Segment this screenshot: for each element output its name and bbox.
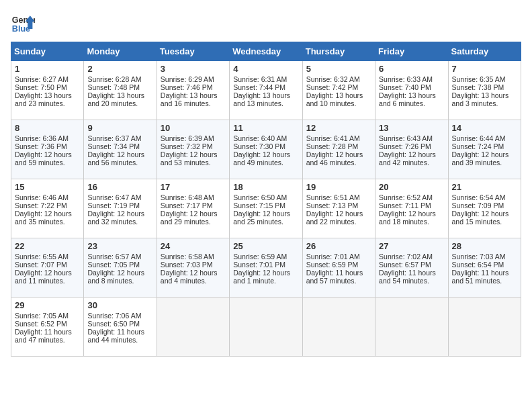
calendar-cell: 8Sunrise: 6:36 AMSunset: 7:36 PMDaylight… (11, 120, 84, 179)
sunset-text: Sunset: 7:48 PM (87, 83, 140, 91)
sunrise-text: Sunrise: 6:54 AM (452, 193, 506, 201)
calendar-cell: 14Sunrise: 6:44 AMSunset: 7:24 PMDayligh… (448, 120, 521, 179)
sunset-text: Sunset: 7:28 PM (306, 142, 359, 150)
sunset-text: Sunset: 7:19 PM (87, 201, 140, 210)
sunrise-text: Sunrise: 6:28 AM (87, 75, 141, 83)
day-number: 13 (379, 123, 444, 133)
daylight-text: Daylight: 11 hours and 47 minutes. (15, 328, 72, 344)
day-number: 10 (161, 123, 226, 133)
header-day: Thursday (302, 42, 375, 61)
daylight-text: Daylight: 13 hours and 3 minutes. (452, 91, 509, 107)
logo-icon: General Blue (11, 11, 35, 35)
daylight-text: Daylight: 11 hours and 51 minutes. (452, 269, 509, 285)
sunrise-text: Sunrise: 6:35 AM (452, 75, 506, 83)
calendar-cell: 13Sunrise: 6:43 AMSunset: 7:26 PMDayligh… (375, 120, 448, 179)
calendar-week-row: 29Sunrise: 7:05 AMSunset: 6:52 PMDayligh… (11, 298, 521, 357)
daylight-text: Daylight: 13 hours and 13 minutes. (233, 91, 290, 107)
day-number: 6 (379, 64, 444, 74)
sunrise-text: Sunrise: 6:40 AM (233, 134, 287, 142)
day-number: 22 (15, 241, 80, 251)
sunrise-text: Sunrise: 6:44 AM (452, 134, 506, 142)
calendar-cell: 6Sunrise: 6:33 AMSunset: 7:40 PMDaylight… (375, 61, 448, 120)
daylight-text: Daylight: 12 hours and 32 minutes. (87, 210, 144, 226)
calendar-cell: 28Sunrise: 7:03 AMSunset: 6:54 PMDayligh… (448, 238, 521, 298)
daylight-text: Daylight: 13 hours and 10 minutes. (306, 91, 363, 107)
sunrise-text: Sunrise: 6:32 AM (306, 75, 360, 83)
calendar-cell: 17Sunrise: 6:48 AMSunset: 7:17 PMDayligh… (157, 179, 229, 238)
sunrise-text: Sunrise: 6:50 AM (233, 193, 287, 201)
daylight-text: Daylight: 12 hours and 8 minutes. (87, 269, 144, 285)
day-number: 2 (87, 64, 152, 74)
sunrise-text: Sunrise: 7:01 AM (306, 253, 360, 261)
sunrise-text: Sunrise: 6:57 AM (87, 253, 141, 261)
sunrise-text: Sunrise: 6:52 AM (379, 193, 433, 201)
calendar-cell: 2Sunrise: 6:28 AMSunset: 7:48 PMDaylight… (84, 61, 157, 120)
daylight-text: Daylight: 13 hours and 23 minutes. (15, 91, 72, 107)
calendar-week-row: 1Sunrise: 6:27 AMSunset: 7:50 PMDaylight… (11, 61, 521, 120)
sunrise-text: Sunrise: 6:51 AM (306, 193, 360, 201)
daylight-text: Daylight: 13 hours and 6 minutes. (379, 91, 436, 107)
daylight-text: Daylight: 12 hours and 42 minutes. (379, 150, 436, 167)
sunrise-text: Sunrise: 7:06 AM (87, 312, 141, 320)
daylight-text: Daylight: 13 hours and 20 minutes. (87, 91, 144, 107)
sunrise-text: Sunrise: 6:46 AM (15, 193, 69, 201)
calendar-cell: 15Sunrise: 6:46 AMSunset: 7:22 PMDayligh… (11, 179, 84, 238)
daylight-text: Daylight: 12 hours and 46 minutes. (306, 150, 363, 167)
header-day: Saturday (448, 42, 521, 61)
sunrise-text: Sunrise: 6:47 AM (87, 193, 141, 201)
header-day: Friday (375, 42, 448, 61)
day-number: 26 (306, 241, 371, 251)
header-day: Sunday (11, 42, 84, 61)
calendar-cell: 29Sunrise: 7:05 AMSunset: 6:52 PMDayligh… (11, 298, 84, 357)
sunset-text: Sunset: 7:24 PM (452, 142, 504, 150)
day-number: 14 (452, 123, 517, 133)
calendar-cell: 23Sunrise: 6:57 AMSunset: 7:05 PMDayligh… (84, 238, 157, 298)
sunrise-text: Sunrise: 6:36 AM (15, 134, 69, 142)
calendar-cell: 12Sunrise: 6:41 AMSunset: 7:28 PMDayligh… (302, 120, 375, 179)
calendar-cell (302, 298, 375, 357)
page-header: General Blue (11, 11, 521, 35)
daylight-text: Daylight: 12 hours and 49 minutes. (233, 150, 290, 167)
sunset-text: Sunset: 7:07 PM (15, 261, 67, 269)
calendar-cell: 18Sunrise: 6:50 AMSunset: 7:15 PMDayligh… (230, 179, 302, 238)
daylight-text: Daylight: 12 hours and 11 minutes. (15, 269, 72, 285)
calendar-cell: 27Sunrise: 7:02 AMSunset: 6:57 PMDayligh… (375, 238, 448, 298)
sunrise-text: Sunrise: 6:29 AM (161, 75, 214, 83)
sunrise-text: Sunrise: 6:55 AM (15, 253, 69, 261)
sunset-text: Sunset: 6:59 PM (306, 261, 359, 269)
calendar-cell: 20Sunrise: 6:52 AMSunset: 7:11 PMDayligh… (375, 179, 448, 238)
daylight-text: Daylight: 11 hours and 54 minutes. (379, 269, 436, 285)
daylight-text: Daylight: 12 hours and 15 minutes. (452, 210, 509, 226)
sunset-text: Sunset: 7:32 PM (161, 142, 213, 150)
sunset-text: Sunset: 7:17 PM (161, 201, 213, 210)
day-number: 4 (233, 64, 298, 74)
svg-text:Blue: Blue (12, 24, 30, 34)
sunset-text: Sunset: 7:38 PM (452, 83, 504, 91)
sunset-text: Sunset: 7:44 PM (233, 83, 285, 91)
day-number: 15 (15, 182, 80, 192)
sunset-text: Sunset: 7:05 PM (87, 261, 140, 269)
day-number: 28 (452, 241, 517, 251)
day-number: 20 (379, 182, 444, 192)
calendar-cell: 7Sunrise: 6:35 AMSunset: 7:38 PMDaylight… (448, 61, 521, 120)
sunrise-text: Sunrise: 6:37 AM (87, 134, 141, 142)
sunrise-text: Sunrise: 7:05 AM (15, 312, 69, 320)
sunrise-text: Sunrise: 7:02 AM (379, 253, 433, 261)
sunset-text: Sunset: 7:13 PM (306, 201, 359, 210)
calendar-week-row: 8Sunrise: 6:36 AMSunset: 7:36 PMDaylight… (11, 120, 521, 179)
sunset-text: Sunset: 7:40 PM (379, 83, 431, 91)
day-number: 19 (306, 182, 371, 192)
sunset-text: Sunset: 7:46 PM (161, 83, 213, 91)
calendar-cell: 5Sunrise: 6:32 AMSunset: 7:42 PMDaylight… (302, 61, 375, 120)
sunset-text: Sunset: 7:22 PM (15, 201, 67, 210)
calendar-cell: 3Sunrise: 6:29 AMSunset: 7:46 PMDaylight… (157, 61, 229, 120)
daylight-text: Daylight: 12 hours and 56 minutes. (87, 150, 144, 167)
calendar-cell: 11Sunrise: 6:40 AMSunset: 7:30 PMDayligh… (230, 120, 302, 179)
day-number: 8 (15, 123, 80, 133)
day-number: 12 (306, 123, 371, 133)
calendar-cell (157, 298, 229, 357)
sunset-text: Sunset: 6:52 PM (15, 320, 67, 328)
day-number: 3 (161, 64, 226, 74)
sunset-text: Sunset: 7:50 PM (15, 83, 67, 91)
daylight-text: Daylight: 12 hours and 53 minutes. (161, 150, 218, 167)
